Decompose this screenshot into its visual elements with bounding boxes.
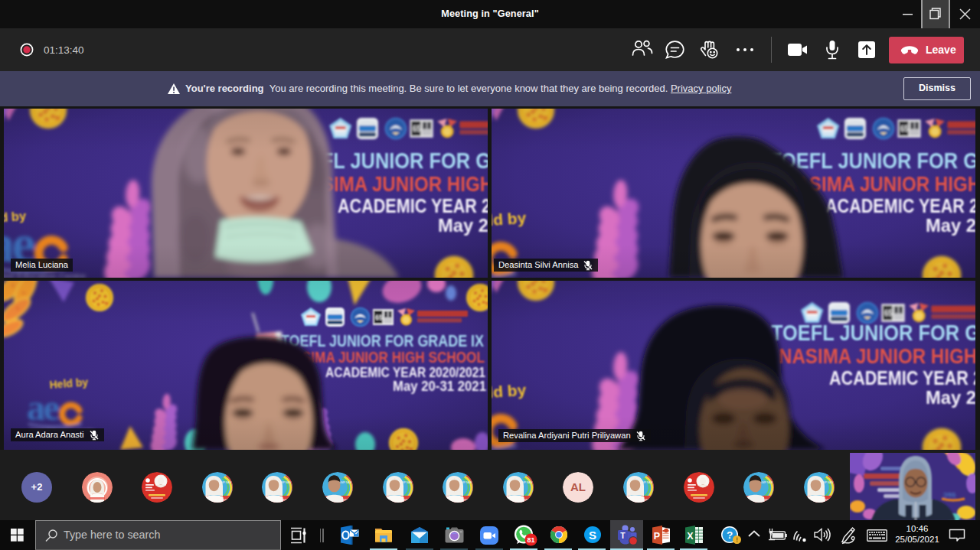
svg-text:S: S <box>589 529 596 542</box>
svg-text:SMP NAS: SMP NAS <box>339 481 352 484</box>
svg-text:P: P <box>654 531 660 542</box>
svg-text:T: T <box>620 531 626 540</box>
svg-text:SMP NAS: SMP NAS <box>760 481 773 484</box>
svg-text:01:13:40: 01:13:40 <box>44 44 84 56</box>
svg-text:81: 81 <box>527 536 534 544</box>
svg-text:ɔɘs: ɔɘs <box>943 490 956 499</box>
svg-text:?: ? <box>727 529 733 541</box>
svg-text:X: X <box>687 531 694 542</box>
